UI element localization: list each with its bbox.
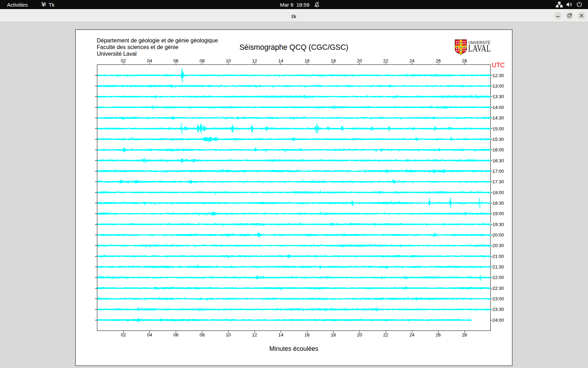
svg-text:02: 02: [121, 332, 126, 338]
svg-text:14:30: 14:30: [492, 115, 504, 121]
svg-text:22:30: 22:30: [492, 286, 504, 291]
svg-text:06: 06: [173, 332, 178, 338]
svg-text:16: 16: [304, 58, 309, 63]
svg-text:21:30: 21:30: [492, 264, 504, 270]
svg-text:18: 18: [331, 332, 336, 338]
svg-text:14: 14: [278, 58, 283, 63]
svg-text:24:00: 24:00: [492, 318, 504, 323]
svg-text:16:30: 16:30: [492, 158, 504, 163]
svg-text:28: 28: [462, 332, 467, 338]
svg-text:06: 06: [173, 58, 178, 63]
svg-text:23:30: 23:30: [492, 307, 504, 312]
svg-text:16:00: 16:00: [492, 147, 504, 152]
svg-text:28: 28: [462, 58, 467, 63]
svg-text:19:00: 19:00: [492, 211, 504, 216]
svg-text:12: 12: [252, 58, 257, 63]
svg-text:10: 10: [226, 332, 231, 338]
svg-text:23:00: 23:00: [492, 296, 504, 301]
svg-text:18: 18: [331, 58, 336, 63]
svg-text:14: 14: [278, 332, 283, 338]
svg-text:13:30: 13:30: [492, 94, 504, 99]
svg-text:08: 08: [200, 332, 204, 338]
svg-text:26: 26: [436, 332, 441, 338]
svg-text:20:30: 20:30: [492, 243, 504, 248]
svg-text:22: 22: [383, 58, 388, 63]
svg-text:20: 20: [357, 332, 362, 338]
svg-text:02: 02: [121, 58, 126, 63]
svg-text:12: 12: [252, 332, 257, 338]
svg-text:24: 24: [410, 332, 414, 338]
svg-text:04: 04: [147, 332, 152, 338]
svg-text:15:30: 15:30: [492, 137, 504, 142]
svg-text:18:30: 18:30: [492, 200, 504, 206]
svg-text:18:00: 18:00: [492, 190, 504, 195]
svg-text:20: 20: [357, 58, 362, 63]
svg-text:17:30: 17:30: [492, 179, 504, 184]
svg-text:14:00: 14:00: [492, 105, 504, 110]
svg-text:04: 04: [147, 58, 152, 63]
svg-text:15:00: 15:00: [492, 126, 504, 131]
svg-text:08: 08: [200, 58, 204, 63]
svg-text:21:00: 21:00: [492, 254, 504, 259]
svg-text:22:00: 22:00: [492, 275, 504, 280]
svg-text:19:30: 19:30: [492, 222, 504, 227]
svg-text:UTC: UTC: [492, 62, 505, 69]
svg-text:22: 22: [383, 332, 388, 338]
svg-text:17:00: 17:00: [492, 169, 504, 174]
svg-text:16: 16: [304, 332, 309, 338]
svg-text:20:00: 20:00: [492, 232, 504, 238]
svg-text:13:00: 13:00: [492, 83, 504, 89]
svg-text:26: 26: [436, 58, 441, 63]
svg-text:10: 10: [226, 58, 231, 63]
svg-text:24: 24: [410, 58, 414, 63]
svg-text:12:30: 12:30: [492, 73, 504, 78]
